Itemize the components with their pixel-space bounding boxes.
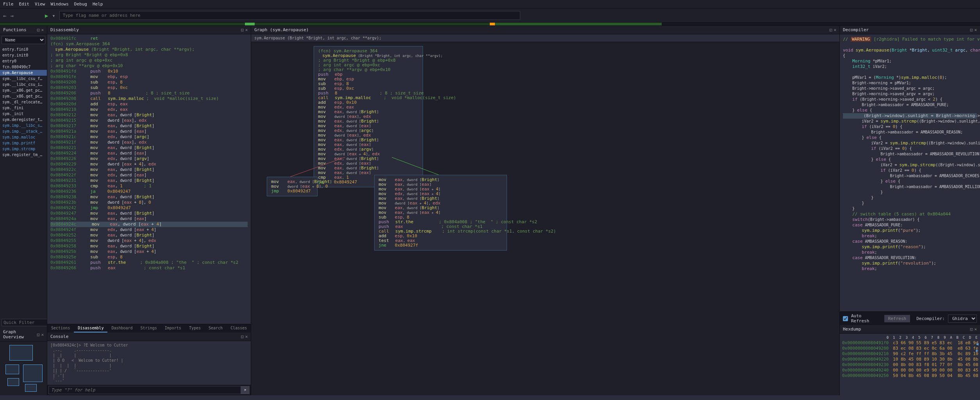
function-item[interactable]: entry0: [0, 58, 47, 64]
decompiler-controls: Auto Refresh Refresh Decompiler: Ghidra: [840, 311, 980, 325]
bottom-tabs: SectionsDisassemblyDashboardStringsImpor…: [47, 324, 251, 332]
run-icon[interactable]: ▶: [45, 12, 48, 19]
graph-signature: sym.Aeropause (Bright *Bright, int argc,…: [251, 34, 839, 42]
hex-prev-icon[interactable]: ◀: [976, 341, 978, 347]
close-icon[interactable]: ✕: [245, 27, 248, 32]
hexdump-view[interactable]: 0 1 2 3 4 5 6 7 8 9 A B C D E F 01234567…: [840, 334, 980, 395]
close-icon[interactable]: ✕: [974, 27, 977, 32]
tab-classes[interactable]: Classes: [227, 324, 251, 332]
function-item[interactable]: sym.Aeropause: [0, 70, 47, 76]
menu-help[interactable]: Help: [93, 2, 103, 7]
menu-debug[interactable]: Debug: [74, 2, 87, 7]
function-item[interactable]: sym.__x86.get_pc_thunk.bx: [0, 93, 47, 99]
restore-icon[interactable]: ◱: [970, 27, 973, 32]
restore-icon[interactable]: ◱: [37, 332, 40, 337]
decompiler-engine-select[interactable]: Ghidra: [948, 315, 977, 323]
function-item[interactable]: sym._fini: [0, 105, 47, 111]
function-item[interactable]: sym.imp.malloc: [0, 134, 47, 140]
close-icon[interactable]: ✕: [41, 332, 44, 337]
function-item[interactable]: entry.init0: [0, 52, 47, 58]
graph-header: Graph (sym.Aeropause) ◱✕: [251, 26, 839, 34]
tab-disassembly[interactable]: Disassembly: [74, 324, 107, 332]
toolbar: ← → ▶ ▾: [0, 9, 980, 23]
restore-icon[interactable]: ◱: [241, 334, 244, 339]
menubar: File Edit View Windows Debug Help: [0, 0, 980, 9]
function-item[interactable]: fcn.080490c7: [0, 64, 47, 70]
function-item[interactable]: sym.__x86.get_pc_thunk.bp: [0, 87, 47, 93]
function-item[interactable]: sym.imp.__stack_chk_fail: [0, 128, 47, 134]
dropdown-icon[interactable]: ▾: [52, 12, 55, 19]
decompiler-header: Decompiler ◱✕: [840, 26, 980, 34]
hexdump-header: Hexdump ◱✕: [840, 325, 980, 334]
function-item[interactable]: entry.fini0: [0, 46, 47, 52]
close-icon[interactable]: ✕: [974, 327, 977, 332]
restore-icon[interactable]: ◱: [241, 27, 244, 32]
tab-dashboard[interactable]: Dashboard: [107, 324, 136, 332]
function-item[interactable]: sym.register_tm_clones: [0, 152, 47, 158]
overview-bar[interactable]: [0, 23, 980, 26]
menu-view[interactable]: View: [35, 2, 45, 7]
function-item[interactable]: sym.deregister_tm_clones: [0, 117, 47, 123]
close-icon[interactable]: ✕: [41, 27, 44, 32]
disassembly-header: Disassembly ◱✕: [47, 26, 251, 34]
graph-canvas[interactable]: (fcn) sym.Aeropause 364 sym.Aeropause (B…: [251, 42, 839, 395]
hex-next-icon[interactable]: ▶: [976, 348, 978, 353]
restore-icon[interactable]: ◱: [37, 27, 40, 32]
tab-imports[interactable]: Imports: [161, 324, 185, 332]
menu-file[interactable]: File: [3, 2, 14, 7]
close-icon[interactable]: ✕: [245, 334, 248, 339]
decompiler-label: Decompiler:: [916, 316, 945, 321]
tab-strings[interactable]: Strings: [137, 324, 161, 332]
graph-overview-canvas[interactable]: [2, 343, 45, 394]
console-input[interactable]: [48, 386, 241, 394]
restore-icon[interactable]: ◱: [830, 27, 832, 32]
function-item[interactable]: sym.imp.strcmp: [0, 146, 47, 152]
function-item[interactable]: sym._dl_relocate_static_pie: [0, 99, 47, 105]
close-icon[interactable]: ✕: [834, 27, 836, 32]
functions-header: Functions ◱✕: [0, 26, 47, 34]
tab-sections[interactable]: Sections: [47, 324, 74, 332]
auto-refresh-checkbox[interactable]: [843, 316, 848, 321]
function-item[interactable]: sym.__libc_csu_init: [0, 82, 47, 87]
menu-edit[interactable]: Edit: [19, 2, 30, 7]
function-item[interactable]: sym.imp.__libc_start_main: [0, 123, 47, 128]
disassembly-view[interactable]: 0x080491fc ret (fcn) sym.Aeropause 364 s…: [47, 34, 251, 324]
tab-search[interactable]: Search: [205, 324, 227, 332]
nav-back-icon[interactable]: ←: [3, 12, 6, 19]
function-item[interactable]: sym.imp.printf: [0, 140, 47, 146]
console-header: Console ◱✕: [47, 332, 251, 341]
address-input[interactable]: [59, 11, 520, 20]
console-output: [0x0804924c]> ?E Welcom to Cutter .--. .…: [47, 341, 251, 385]
function-item[interactable]: sym.__libc_csu_fini: [0, 76, 47, 82]
decompiler-view[interactable]: // WARNING [r2ghidra] Failed to match ty…: [840, 34, 980, 311]
auto-refresh-label: Auto Refresh: [851, 313, 881, 324]
console-send-button[interactable]: ➤: [241, 386, 250, 394]
tab-types[interactable]: Types: [185, 324, 205, 332]
functions-list[interactable]: entry.fini0entry.init0entry0fcn.080490c7…: [0, 46, 47, 317]
function-item[interactable]: sym._init: [0, 111, 47, 117]
graph-overview-header: Graph Overview ◱✕: [0, 328, 47, 341]
nav-forward-icon[interactable]: →: [10, 12, 13, 19]
restore-icon[interactable]: ◱: [970, 327, 973, 332]
refresh-button[interactable]: Refresh: [884, 315, 910, 322]
functions-sort-select[interactable]: Name: [2, 36, 45, 44]
menu-windows[interactable]: Windows: [51, 2, 69, 7]
